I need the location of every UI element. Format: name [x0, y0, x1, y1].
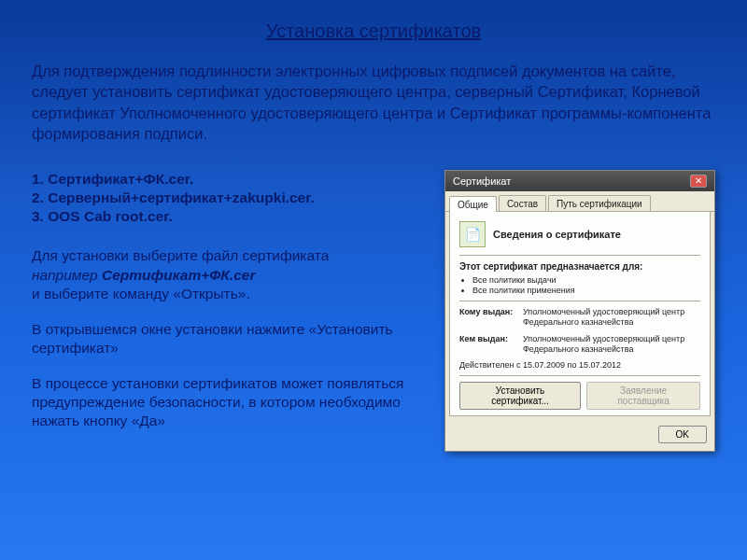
certificate-dialog: Сертификат ✕ Общие Состав Путь сертифика…: [444, 170, 715, 452]
tab-cert-path[interactable]: Путь сертификации: [548, 195, 651, 211]
tab-details[interactable]: Состав: [499, 195, 546, 211]
cert-info-heading: Сведения о сертификате: [493, 229, 621, 240]
purpose-list: Все политики выдачи Все политики примене…: [472, 275, 700, 295]
cert-item-2: 2. Серверный+сертификат+zakupki.cer.: [32, 189, 428, 207]
close-icon[interactable]: ✕: [690, 175, 707, 188]
certificate-file-list: 1. Сертификат+ФК.сеr. 2. Серверный+серти…: [32, 170, 428, 226]
dialog-tabs: Общие Состав Путь сертификации: [445, 191, 714, 212]
instruction-install: В открывшемся окне установки нажмите «Ус…: [32, 320, 428, 357]
intro-paragraph: Для подтверждения подлинности электронны…: [32, 61, 715, 144]
purpose-item: Все политики выдачи: [472, 275, 700, 285]
cert-item-1: 1. Сертификат+ФК.сеr.: [32, 170, 428, 189]
tab-panel-general: 📄 Сведения о сертификате Этот сертификат…: [449, 212, 711, 416]
issued-by-row: Кем выдан: Уполномоченный удостоверяющий…: [459, 334, 700, 356]
issuer-statement-button: Заявление поставщика: [586, 382, 700, 410]
tab-general[interactable]: Общие: [449, 196, 497, 212]
cert-item-3: 3. OOS Cab root.cer.: [32, 207, 428, 226]
issued-to-row: Кому выдан: Уполномоченный удостоверяющи…: [459, 307, 700, 329]
certificate-icon: 📄: [459, 221, 486, 247]
dialog-title: Сертификат: [453, 175, 511, 187]
ok-button[interactable]: OK: [658, 426, 707, 443]
install-certificate-button[interactable]: Установить сертификат...: [459, 382, 581, 410]
dialog-titlebar: Сертификат ✕: [445, 171, 714, 191]
instruction-warning: В процессе установки сертификатов может …: [32, 374, 428, 430]
instruction-select-file: Для установки выберите файл сертификата …: [32, 246, 428, 302]
page-title: Установка сертификатов: [32, 21, 715, 42]
purpose-item: Все политики применения: [472, 286, 700, 295]
valid-dates: Действителен с 15.07.2009 по 15.07.2012: [459, 360, 700, 370]
left-column: 1. Сертификат+ФК.сеr. 2. Серверный+серти…: [32, 170, 428, 452]
purpose-label: Этот сертификат предназначается для:: [459, 261, 700, 272]
